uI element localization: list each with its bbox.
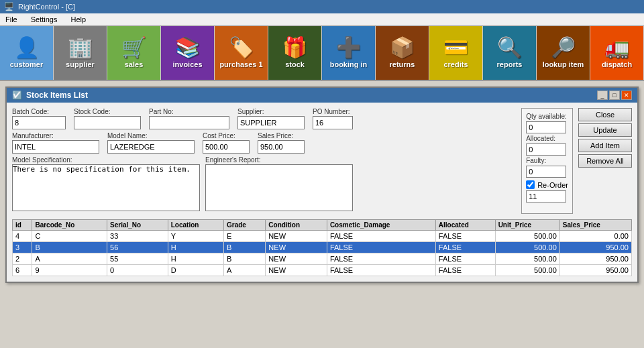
toolbar-credits[interactable]: 💳 credits	[429, 26, 483, 80]
close-button[interactable]: Close	[578, 108, 632, 121]
main-area: ☑️ Stock Items List _ □ ✕ Batch Code:	[0, 81, 644, 288]
th-unit-price: Unit_Price	[495, 220, 559, 231]
manufacturer-input[interactable]	[12, 140, 99, 154]
dispatch-label: dispatch	[602, 60, 632, 68]
stock-code-input[interactable]	[74, 116, 141, 129]
allocated-input[interactable]	[526, 143, 566, 156]
toolbar-sales[interactable]: 🛒 sales	[107, 26, 161, 80]
th-sales-price: Sales_Price	[559, 220, 631, 231]
model-name-group: Model Name:	[107, 132, 195, 154]
table-cell: FALSE	[327, 231, 435, 242]
returns-label: returns	[390, 60, 415, 68]
add-item-button[interactable]: Add Item	[578, 139, 632, 152]
table-row[interactable]: 2A55HBNEWFALSEFALSE500.00950.00	[13, 253, 632, 265]
toolbar-supplier[interactable]: 🏢 supplier	[54, 26, 107, 80]
table-cell: B	[32, 242, 107, 253]
remove-all-button[interactable]: Remove All	[578, 154, 632, 168]
table-cell: 55	[107, 253, 168, 265]
sales-price-input[interactable]	[258, 140, 305, 154]
table-cell: E	[224, 231, 266, 242]
table-cell: 3	[13, 242, 32, 253]
th-cosmetic: Cosmetic_Damage	[327, 220, 435, 231]
toolbar-invoices[interactable]: 📚 invoices	[161, 26, 215, 80]
table-cell: NEW	[266, 242, 327, 253]
app-title: RightControl - [C]	[18, 3, 75, 11]
credits-icon: 💳	[443, 38, 468, 58]
model-name-input[interactable]	[107, 140, 195, 154]
form-left: Batch Code: Stock Code: Part No: Supplie…	[12, 108, 516, 214]
dispatch-icon: 🚛	[604, 38, 629, 58]
stock-code-label: Stock Code:	[74, 108, 141, 115]
toolbar-lookup-item[interactable]: 🔎 lookup item	[537, 26, 590, 80]
table-cell: Y	[168, 231, 223, 242]
table-row[interactable]: 4C33YENEWFALSEFALSE500.000.00	[13, 231, 632, 242]
table-cell: 0.00	[559, 231, 631, 242]
engineers-report-group: Engineer's Report:	[205, 156, 353, 211]
toolbar-reports[interactable]: 🔍 reports	[483, 26, 537, 80]
supplier-icon: 🏢	[68, 38, 93, 58]
stock-label: stock	[285, 60, 305, 68]
model-spec-textarea[interactable]: There is no specification for this item.	[12, 164, 200, 211]
reorder-label: Re-Order	[537, 181, 568, 189]
part-no-input[interactable]	[149, 116, 229, 129]
table-cell: C	[32, 231, 107, 242]
right-buttons: Close Update Add Item Remove All	[578, 108, 632, 214]
th-condition: Condition	[266, 220, 327, 231]
cost-price-input[interactable]	[203, 140, 250, 154]
returns-icon: 📦	[390, 38, 415, 58]
dialog-close[interactable]: ✕	[621, 91, 632, 100]
table-cell: B	[224, 253, 266, 265]
booking-label: booking in	[330, 60, 368, 68]
table-cell: B	[224, 242, 266, 253]
supplier-group: Supplier:	[237, 108, 305, 129]
reports-label: reports	[497, 60, 523, 68]
table-cell: NEW	[266, 265, 327, 276]
th-allocated: Allocated	[435, 220, 495, 231]
update-button[interactable]: Update	[578, 123, 632, 137]
reorder-value-input[interactable]	[526, 190, 566, 202]
toolbar-purchases[interactable]: 🏷️ purchases 1	[215, 26, 268, 80]
th-location: Location	[168, 220, 223, 231]
menu-help[interactable]: Help	[68, 15, 89, 24]
lookup-icon: 🔎	[551, 38, 576, 58]
engineers-report-textarea[interactable]	[205, 164, 353, 211]
supplier-label: supplier	[66, 60, 95, 68]
table-cell: NEW	[266, 253, 327, 265]
reports-icon: 🔍	[497, 38, 522, 58]
table-header-row: id Barcode_No Serial_No Location Grade C…	[13, 220, 632, 231]
toolbar-customer[interactable]: 👤 customer	[0, 26, 54, 80]
table-cell: D	[168, 265, 223, 276]
table-cell: FALSE	[327, 242, 435, 253]
th-serial: Serial_No	[107, 220, 168, 231]
dialog-minimize[interactable]: _	[597, 91, 608, 100]
invoices-icon: 📚	[175, 38, 200, 58]
dialog-title-text: Stock Items List	[26, 91, 88, 100]
toolbar-returns[interactable]: 📦 returns	[376, 26, 429, 80]
po-number-input[interactable]	[313, 116, 353, 129]
toolbar-dispatch[interactable]: 🚛 dispatch	[590, 26, 644, 80]
table-cell: 500.00	[495, 253, 559, 265]
purchases-icon: 🏷️	[229, 38, 254, 58]
toolbar: 👤 customer 🏢 supplier 🛒 sales 📚 invoices…	[0, 26, 644, 81]
toolbar-booking-in[interactable]: ➕ booking in	[322, 26, 376, 80]
toolbar-stock[interactable]: 🎁 stock	[268, 26, 322, 80]
customer-label: customer	[10, 60, 44, 68]
dialog-maximize[interactable]: □	[609, 91, 620, 100]
table-row[interactable]: 3B56HBNEWFALSEFALSE500.00950.00	[13, 242, 632, 253]
table-cell: NEW	[266, 231, 327, 242]
table-row[interactable]: 690DANEWFALSEFALSE500.00950.00	[13, 265, 632, 276]
menu-settings[interactable]: Settings	[28, 15, 60, 24]
batch-code-input[interactable]	[12, 116, 66, 129]
supplier-input[interactable]	[237, 116, 305, 129]
sales-price-group: Sales Price:	[258, 132, 305, 154]
th-grade: Grade	[224, 220, 266, 231]
faulty-input[interactable]	[526, 166, 566, 178]
reorder-checkbox[interactable]	[526, 180, 535, 189]
table-area: id Barcode_No Serial_No Location Grade C…	[7, 219, 637, 282]
table-cell: 500.00	[495, 265, 559, 276]
qty-available-input[interactable]	[526, 121, 566, 133]
menu-file[interactable]: File	[3, 15, 20, 24]
customer-icon: 👤	[14, 38, 39, 58]
table-cell: 500.00	[495, 242, 559, 253]
manufacturer-label: Manufacturer:	[12, 132, 99, 139]
